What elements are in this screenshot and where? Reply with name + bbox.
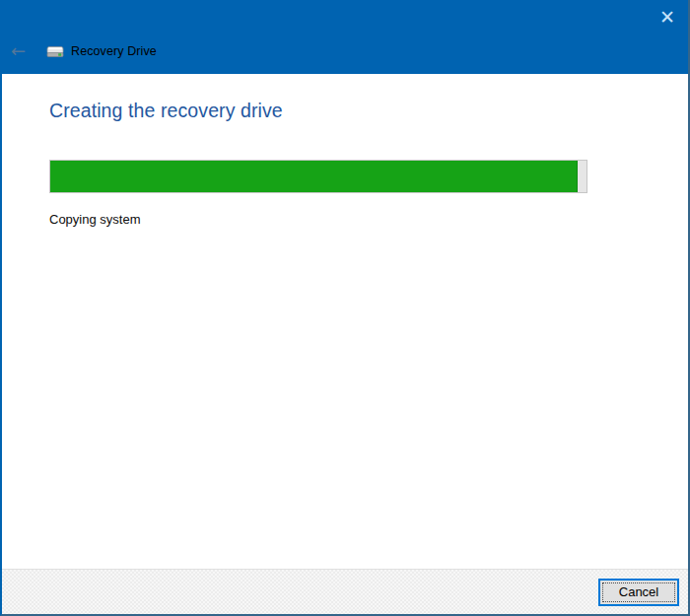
drive-icon [46,45,64,58]
recovery-drive-window: ✕ ← Recovery Drive Creating the recovery… [0,0,690,616]
page-title: Creating the recovery drive [49,100,641,122]
header-nav-row: ← Recovery Drive [11,40,157,62]
back-arrow-icon: ← [11,40,26,61]
footer: Cancel [2,569,688,614]
progress-fill [50,161,578,192]
content-area: Creating the recovery drive Copying syst… [2,100,688,227]
progress-bar [49,160,587,193]
status-text: Copying system [49,212,641,227]
app-title: Recovery Drive [71,44,157,58]
cancel-button[interactable]: Cancel [598,579,679,606]
close-icon: ✕ [659,6,675,28]
back-button[interactable]: ← [11,40,31,62]
close-button[interactable]: ✕ [651,3,684,31]
title-bar: ✕ ← Recovery Drive [2,0,688,74]
